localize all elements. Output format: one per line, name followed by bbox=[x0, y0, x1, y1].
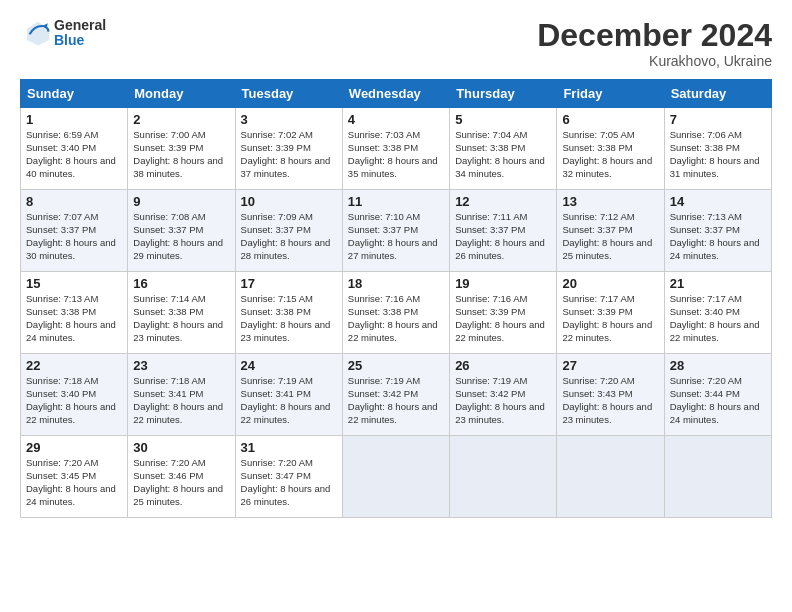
cell-info: Sunrise: 7:19 AMSunset: 3:41 PMDaylight:… bbox=[241, 375, 331, 424]
cell-info: Sunrise: 7:06 AMSunset: 3:38 PMDaylight:… bbox=[670, 129, 760, 178]
logo-icon bbox=[24, 19, 52, 47]
cell-info: Sunrise: 7:13 AMSunset: 3:37 PMDaylight:… bbox=[670, 211, 760, 260]
calendar-cell: 15Sunrise: 7:13 AMSunset: 3:38 PMDayligh… bbox=[21, 272, 128, 354]
calendar-cell: 21Sunrise: 7:17 AMSunset: 3:40 PMDayligh… bbox=[664, 272, 771, 354]
day-number: 30 bbox=[133, 440, 229, 455]
day-header-thursday: Thursday bbox=[450, 80, 557, 108]
calendar-cell: 5Sunrise: 7:04 AMSunset: 3:38 PMDaylight… bbox=[450, 108, 557, 190]
calendar-cell: 9Sunrise: 7:08 AMSunset: 3:37 PMDaylight… bbox=[128, 190, 235, 272]
day-number: 29 bbox=[26, 440, 122, 455]
cell-info: Sunrise: 7:18 AMSunset: 3:40 PMDaylight:… bbox=[26, 375, 116, 424]
day-number: 5 bbox=[455, 112, 551, 127]
day-number: 1 bbox=[26, 112, 122, 127]
day-number: 28 bbox=[670, 358, 766, 373]
title-block: December 2024 Kurakhovo, Ukraine bbox=[537, 18, 772, 69]
day-number: 17 bbox=[241, 276, 337, 291]
day-number: 7 bbox=[670, 112, 766, 127]
day-header-saturday: Saturday bbox=[664, 80, 771, 108]
calendar-cell: 10Sunrise: 7:09 AMSunset: 3:37 PMDayligh… bbox=[235, 190, 342, 272]
calendar-cell: 24Sunrise: 7:19 AMSunset: 3:41 PMDayligh… bbox=[235, 354, 342, 436]
cell-info: Sunrise: 7:17 AMSunset: 3:40 PMDaylight:… bbox=[670, 293, 760, 342]
day-number: 18 bbox=[348, 276, 444, 291]
day-number: 19 bbox=[455, 276, 551, 291]
cell-info: Sunrise: 7:14 AMSunset: 3:38 PMDaylight:… bbox=[133, 293, 223, 342]
cell-info: Sunrise: 7:05 AMSunset: 3:38 PMDaylight:… bbox=[562, 129, 652, 178]
calendar-cell bbox=[557, 436, 664, 518]
day-number: 27 bbox=[562, 358, 658, 373]
calendar-cell: 20Sunrise: 7:17 AMSunset: 3:39 PMDayligh… bbox=[557, 272, 664, 354]
logo-general: General bbox=[54, 18, 106, 33]
cell-info: Sunrise: 7:20 AMSunset: 3:43 PMDaylight:… bbox=[562, 375, 652, 424]
cell-info: Sunrise: 7:16 AMSunset: 3:38 PMDaylight:… bbox=[348, 293, 438, 342]
cell-info: Sunrise: 7:20 AMSunset: 3:46 PMDaylight:… bbox=[133, 457, 223, 506]
month-title: December 2024 bbox=[537, 18, 772, 53]
cell-info: Sunrise: 7:07 AMSunset: 3:37 PMDaylight:… bbox=[26, 211, 116, 260]
week-row-2: 8Sunrise: 7:07 AMSunset: 3:37 PMDaylight… bbox=[21, 190, 772, 272]
cell-info: Sunrise: 7:15 AMSunset: 3:38 PMDaylight:… bbox=[241, 293, 331, 342]
calendar-cell: 3Sunrise: 7:02 AMSunset: 3:39 PMDaylight… bbox=[235, 108, 342, 190]
cell-info: Sunrise: 7:10 AMSunset: 3:37 PMDaylight:… bbox=[348, 211, 438, 260]
day-number: 20 bbox=[562, 276, 658, 291]
calendar-cell: 22Sunrise: 7:18 AMSunset: 3:40 PMDayligh… bbox=[21, 354, 128, 436]
calendar-cell bbox=[450, 436, 557, 518]
week-row-1: 1Sunrise: 6:59 AMSunset: 3:40 PMDaylight… bbox=[21, 108, 772, 190]
day-number: 15 bbox=[26, 276, 122, 291]
day-number: 22 bbox=[26, 358, 122, 373]
cell-info: Sunrise: 7:04 AMSunset: 3:38 PMDaylight:… bbox=[455, 129, 545, 178]
page: General Blue December 2024 Kurakhovo, Uk… bbox=[0, 0, 792, 612]
day-header-monday: Monday bbox=[128, 80, 235, 108]
header: General Blue December 2024 Kurakhovo, Uk… bbox=[20, 18, 772, 69]
calendar-cell: 6Sunrise: 7:05 AMSunset: 3:38 PMDaylight… bbox=[557, 108, 664, 190]
calendar-cell: 31Sunrise: 7:20 AMSunset: 3:47 PMDayligh… bbox=[235, 436, 342, 518]
cell-info: Sunrise: 7:19 AMSunset: 3:42 PMDaylight:… bbox=[348, 375, 438, 424]
day-number: 21 bbox=[670, 276, 766, 291]
week-row-5: 29Sunrise: 7:20 AMSunset: 3:45 PMDayligh… bbox=[21, 436, 772, 518]
calendar-cell: 7Sunrise: 7:06 AMSunset: 3:38 PMDaylight… bbox=[664, 108, 771, 190]
calendar-cell: 11Sunrise: 7:10 AMSunset: 3:37 PMDayligh… bbox=[342, 190, 449, 272]
day-number: 23 bbox=[133, 358, 229, 373]
cell-info: Sunrise: 7:20 AMSunset: 3:47 PMDaylight:… bbox=[241, 457, 331, 506]
day-number: 8 bbox=[26, 194, 122, 209]
cell-info: Sunrise: 7:18 AMSunset: 3:41 PMDaylight:… bbox=[133, 375, 223, 424]
day-header-wednesday: Wednesday bbox=[342, 80, 449, 108]
week-row-3: 15Sunrise: 7:13 AMSunset: 3:38 PMDayligh… bbox=[21, 272, 772, 354]
day-number: 6 bbox=[562, 112, 658, 127]
calendar-cell: 4Sunrise: 7:03 AMSunset: 3:38 PMDaylight… bbox=[342, 108, 449, 190]
day-number: 12 bbox=[455, 194, 551, 209]
cell-info: Sunrise: 7:12 AMSunset: 3:37 PMDaylight:… bbox=[562, 211, 652, 260]
cell-info: Sunrise: 6:59 AMSunset: 3:40 PMDaylight:… bbox=[26, 129, 116, 178]
day-number: 14 bbox=[670, 194, 766, 209]
logo-text: General Blue bbox=[54, 18, 106, 49]
calendar-cell: 30Sunrise: 7:20 AMSunset: 3:46 PMDayligh… bbox=[128, 436, 235, 518]
calendar-cell: 26Sunrise: 7:19 AMSunset: 3:42 PMDayligh… bbox=[450, 354, 557, 436]
calendar-cell: 16Sunrise: 7:14 AMSunset: 3:38 PMDayligh… bbox=[128, 272, 235, 354]
day-number: 31 bbox=[241, 440, 337, 455]
day-number: 9 bbox=[133, 194, 229, 209]
day-number: 13 bbox=[562, 194, 658, 209]
calendar-cell: 2Sunrise: 7:00 AMSunset: 3:39 PMDaylight… bbox=[128, 108, 235, 190]
location: Kurakhovo, Ukraine bbox=[537, 53, 772, 69]
calendar-cell bbox=[664, 436, 771, 518]
cell-info: Sunrise: 7:13 AMSunset: 3:38 PMDaylight:… bbox=[26, 293, 116, 342]
calendar-cell: 8Sunrise: 7:07 AMSunset: 3:37 PMDaylight… bbox=[21, 190, 128, 272]
calendar-cell: 29Sunrise: 7:20 AMSunset: 3:45 PMDayligh… bbox=[21, 436, 128, 518]
calendar-cell: 13Sunrise: 7:12 AMSunset: 3:37 PMDayligh… bbox=[557, 190, 664, 272]
calendar-cell: 1Sunrise: 6:59 AMSunset: 3:40 PMDaylight… bbox=[21, 108, 128, 190]
calendar-table: SundayMondayTuesdayWednesdayThursdayFrid… bbox=[20, 79, 772, 518]
calendar-cell: 18Sunrise: 7:16 AMSunset: 3:38 PMDayligh… bbox=[342, 272, 449, 354]
cell-info: Sunrise: 7:17 AMSunset: 3:39 PMDaylight:… bbox=[562, 293, 652, 342]
calendar-cell: 19Sunrise: 7:16 AMSunset: 3:39 PMDayligh… bbox=[450, 272, 557, 354]
cell-info: Sunrise: 7:02 AMSunset: 3:39 PMDaylight:… bbox=[241, 129, 331, 178]
calendar-cell: 17Sunrise: 7:15 AMSunset: 3:38 PMDayligh… bbox=[235, 272, 342, 354]
calendar-cell: 28Sunrise: 7:20 AMSunset: 3:44 PMDayligh… bbox=[664, 354, 771, 436]
day-number: 26 bbox=[455, 358, 551, 373]
calendar-cell: 12Sunrise: 7:11 AMSunset: 3:37 PMDayligh… bbox=[450, 190, 557, 272]
day-number: 16 bbox=[133, 276, 229, 291]
cell-info: Sunrise: 7:20 AMSunset: 3:45 PMDaylight:… bbox=[26, 457, 116, 506]
day-number: 10 bbox=[241, 194, 337, 209]
day-header-sunday: Sunday bbox=[21, 80, 128, 108]
cell-info: Sunrise: 7:00 AMSunset: 3:39 PMDaylight:… bbox=[133, 129, 223, 178]
calendar-cell: 25Sunrise: 7:19 AMSunset: 3:42 PMDayligh… bbox=[342, 354, 449, 436]
cell-info: Sunrise: 7:20 AMSunset: 3:44 PMDaylight:… bbox=[670, 375, 760, 424]
cell-info: Sunrise: 7:16 AMSunset: 3:39 PMDaylight:… bbox=[455, 293, 545, 342]
